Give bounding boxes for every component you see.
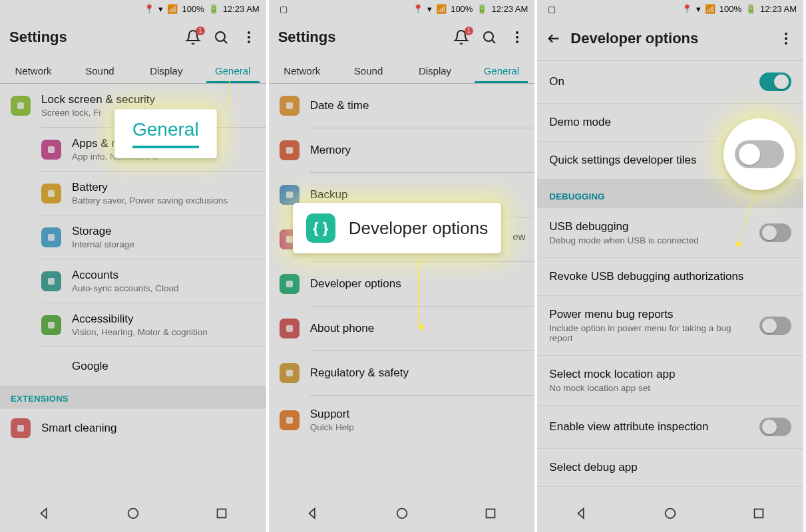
partial-text: ew	[512, 231, 525, 242]
settings-item[interactable]: Developer options	[269, 262, 535, 306]
svg-point-32	[666, 509, 676, 519]
settings-item[interactable]: Date & time	[269, 84, 535, 128]
svg-rect-10	[48, 363, 55, 370]
tab-general[interactable]: General	[200, 57, 266, 83]
home-nav-icon[interactable]	[126, 506, 140, 521]
settings-item[interactable]: AccessibilityVision, Hearing, Motor & co…	[41, 303, 266, 346]
settings-list: Date & timeMemoryBackupResetDeveloper op…	[269, 84, 535, 444]
dev-option-row[interactable]: Revoke USB debugging authorizations	[537, 258, 803, 296]
svg-rect-11	[17, 425, 24, 432]
phone-panel-3: ▢ 📍 ▾ 📶 100% 🔋 12:23 AM Developer option…	[537, 0, 806, 532]
recent-nav-icon[interactable]	[483, 506, 498, 521]
tab-display[interactable]: Display	[133, 57, 200, 83]
dev-option-row[interactable]: On	[537, 61, 803, 104]
item-title: Battery	[72, 181, 228, 194]
svg-point-31	[785, 42, 787, 45]
svg-point-0	[216, 32, 225, 41]
svg-point-30	[785, 37, 787, 40]
dev-option-row[interactable]: Power menu bug reportsInclude option in …	[537, 296, 803, 356]
clock: 12:23 AM	[223, 4, 260, 14]
signal-icon: 📶	[436, 4, 447, 14]
wifi-icon: ▾	[427, 4, 432, 14]
svg-rect-20	[286, 192, 293, 198]
search-icon[interactable]	[213, 29, 229, 45]
battery-icon: 🔋	[208, 4, 219, 14]
item-sub: Battery saver, Power saving exclusions	[72, 196, 228, 205]
tab-display[interactable]: Display	[402, 57, 469, 83]
screenshot-icon: ▢	[280, 4, 288, 14]
status-bar: ▢ 📍 ▾ 📶 100% 🔋 12:23 AM	[537, 0, 803, 17]
svg-rect-7	[48, 234, 55, 241]
svg-point-29	[785, 33, 787, 35]
tab-sound[interactable]: Sound	[67, 57, 133, 83]
settings-item[interactable]: Google	[41, 346, 266, 386]
search-icon[interactable]	[481, 29, 497, 45]
toggle-switch[interactable]	[759, 223, 791, 242]
notifications-icon[interactable]: 1	[453, 29, 469, 45]
settings-item[interactable]: StorageInternal storage	[41, 215, 266, 259]
wifi-icon: ▾	[158, 4, 163, 14]
dev-option-row[interactable]: USB debuggingDebug mode when USB is conn…	[537, 208, 803, 258]
svg-rect-6	[48, 190, 55, 197]
dev-list-debug: USB debuggingDebug mode when USB is conn…	[537, 208, 803, 487]
more-icon[interactable]	[241, 29, 257, 45]
item-title: Lock screen & security	[41, 93, 155, 106]
dev-option-row[interactable]: Enable view attribute inspection	[537, 406, 803, 449]
tab-network[interactable]: Network	[269, 57, 335, 83]
dev-options-icon: { }	[306, 213, 335, 243]
extension-item[interactable]: Smart cleaning	[0, 409, 266, 448]
svg-point-26	[397, 509, 407, 519]
settings-item[interactable]: BatteryBattery saver, Power saving exclu…	[41, 171, 266, 215]
battery-icon: 🔋	[745, 4, 756, 14]
item-title: Accounts	[72, 269, 179, 282]
settings-header: Settings 1	[0, 17, 266, 57]
item-title: Storage	[72, 225, 134, 238]
more-icon[interactable]	[509, 29, 525, 45]
home-nav-icon[interactable]	[663, 506, 678, 521]
signal-icon: 📶	[167, 4, 178, 14]
clock: 12:23 AM	[491, 4, 528, 14]
svg-point-17	[516, 41, 518, 43]
back-nav-icon[interactable]	[305, 506, 320, 521]
page-title: Settings	[9, 29, 173, 46]
back-nav-icon[interactable]	[37, 506, 52, 521]
recent-nav-icon[interactable]	[214, 506, 229, 521]
back-nav-icon[interactable]	[574, 506, 589, 521]
signal-icon: 📶	[705, 4, 715, 14]
dev-option-row[interactable]: Select debug app	[537, 449, 803, 487]
callout-general: General	[114, 109, 217, 158]
toggle-switch[interactable]	[759, 72, 791, 91]
toggle-switch[interactable]	[759, 418, 791, 436]
more-icon[interactable]	[778, 31, 794, 47]
battery-icon: 🔋	[477, 4, 487, 14]
tab-sound[interactable]: Sound	[335, 57, 402, 83]
svg-point-16	[516, 36, 518, 39]
svg-rect-24	[286, 370, 293, 376]
settings-item[interactable]: Regulatory & safety	[269, 351, 535, 395]
settings-item[interactable]: Memory	[269, 128, 535, 172]
notifications-icon[interactable]: 1	[185, 29, 201, 45]
notif-badge: 1	[465, 27, 474, 35]
settings-item[interactable]: SupportQuick Help	[269, 396, 535, 444]
tab-general[interactable]: General	[468, 57, 534, 83]
toggle-switch[interactable]	[759, 317, 791, 335]
tab-network[interactable]: Network	[0, 57, 67, 83]
settings-item[interactable]: AccountsAuto-sync accounts, Cloud	[41, 259, 266, 303]
status-bar: 📍 ▾ 📶 100% 🔋 12:23 AM	[0, 0, 266, 17]
callout-dev-options: { } Developer options	[293, 203, 502, 253]
settings-item[interactable]: About phone	[269, 307, 535, 350]
usb-debug-toggle-enlarged	[735, 140, 784, 168]
svg-rect-4	[17, 102, 24, 109]
notif-badge: 1	[196, 27, 205, 35]
home-nav-icon[interactable]	[395, 506, 409, 521]
item-title: Accessibility	[72, 313, 208, 326]
wifi-icon: ▾	[696, 4, 701, 14]
nav-bar	[0, 495, 266, 532]
svg-rect-25	[286, 417, 293, 424]
svg-point-28	[419, 325, 424, 330]
screenshot-icon: ▢	[548, 4, 556, 14]
dev-option-row[interactable]: Select mock location appNo mock location…	[537, 356, 803, 406]
back-icon[interactable]	[546, 31, 561, 46]
svg-rect-33	[755, 509, 763, 518]
recent-nav-icon[interactable]	[751, 506, 766, 521]
